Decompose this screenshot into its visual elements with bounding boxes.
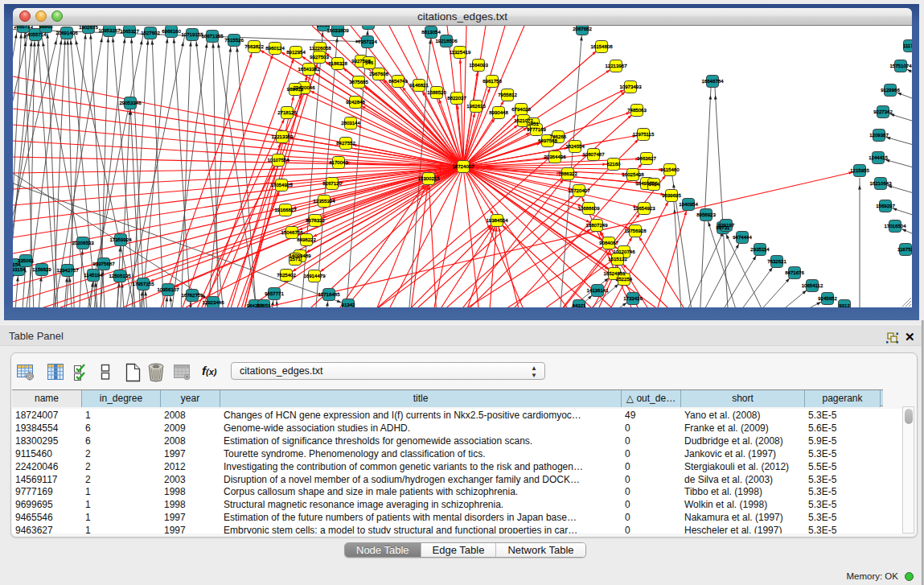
svg-text:7663822: 7663822 [244,43,264,49]
svg-text:7485063: 7485063 [627,107,647,113]
svg-text:9084067: 9084067 [599,240,618,245]
svg-text:6966160: 6966160 [162,28,181,34]
svg-text:1145194: 1145194 [84,272,103,278]
svg-text:16543382: 16543382 [298,66,320,72]
svg-text:3875685: 3875685 [349,79,368,84]
svg-text:62160: 62160 [607,161,622,167]
svg-text:19384554: 19384554 [486,217,508,223]
svg-text:12923446: 12923446 [202,299,224,305]
svg-text:7625402: 7625402 [277,272,296,278]
svg-text:9227342: 9227342 [873,109,893,114]
svg-text:335061: 335061 [18,257,35,263]
svg-text:7357224: 7357224 [358,39,377,44]
svg-text:7886322: 7886322 [558,171,577,176]
svg-text:14055714: 14055714 [24,31,47,37]
svg-text:10953267: 10953267 [98,27,121,33]
svg-text:9115460: 9115460 [660,167,680,172]
svg-text:546: 546 [365,60,374,65]
svg-text:20364436: 20364436 [544,154,566,159]
svg-text:16648784: 16648784 [701,78,724,84]
svg-text:6414: 6414 [648,181,659,187]
svg-text:1244415: 1244415 [869,154,888,160]
svg-text:1527602: 1527602 [141,30,160,35]
svg-text:6961758: 6961758 [483,78,502,84]
svg-text:19756928: 19756928 [624,228,647,233]
svg-text:16914479: 16914479 [303,273,326,278]
svg-text:98865: 98865 [39,26,54,29]
svg-text:1902675: 1902675 [79,26,98,30]
svg-text:9699695: 9699695 [662,192,681,198]
svg-text:1733426: 1733426 [623,295,643,301]
svg-text:10025438: 10025438 [622,171,644,177]
svg-text:19218506: 19218506 [435,38,458,43]
svg-text:1156829: 1156829 [32,266,51,272]
svg-text:8471676: 8471676 [785,270,804,275]
svg-text:9146821: 9146821 [409,82,429,88]
svg-text:252254: 252254 [616,276,633,282]
svg-text:12505135: 12505135 [109,273,131,278]
svg-text:9245652: 9245652 [818,295,837,301]
svg-text:2451: 2451 [528,121,539,126]
svg-text:10671355: 10671355 [201,33,224,39]
svg-text:9327503: 9327503 [310,54,329,60]
svg-text:93975687: 93975687 [92,261,115,266]
svg-text:9463627: 9463627 [637,155,656,161]
svg-text:17054925: 17054925 [270,182,293,187]
svg-text:15716485: 15716485 [318,291,340,297]
svg-text:12975115: 12975115 [633,131,655,137]
svg-text:10107554: 10107554 [267,157,290,163]
svg-text:14136141: 14136141 [586,287,609,293]
svg-text:2087682: 2087682 [573,26,592,31]
svg-text:7515526: 7515526 [224,37,244,43]
svg-text:15046756: 15046756 [281,229,303,235]
svg-text:116753: 116753 [897,246,912,252]
svg-text:16033809: 16033809 [326,27,349,33]
svg-text:8822037: 8822037 [447,95,466,101]
svg-text:18807249: 18807249 [585,222,608,228]
svg-text:9474444: 9474444 [733,234,752,240]
svg-text:11325419: 11325419 [450,49,471,55]
svg-text:13226058: 13226058 [309,45,331,51]
svg-text:12213369: 12213369 [271,134,294,139]
svg-text:2935114: 2935114 [750,246,770,252]
svg-text:1569297: 1569297 [876,203,895,208]
svg-text:91342: 91342 [342,302,356,307]
svg-text:8454749: 8454749 [388,78,408,84]
svg-text:1215955: 1215955 [850,167,869,173]
svg-text:87651: 87651 [257,303,272,307]
svg-text:18724007: 18724007 [452,163,474,169]
svg-text:2718126: 2718126 [277,109,297,115]
svg-text:2055713: 2055713 [14,26,33,29]
svg-text:10688609: 10688609 [577,205,600,211]
svg-text:8912954: 8912954 [286,49,306,55]
svg-text:4170043: 4170043 [329,159,348,165]
svg-text:8678332: 8678332 [306,217,325,223]
svg-text:8427552: 8427552 [336,140,355,146]
svg-text:1615132: 1615132 [608,256,627,262]
svg-text:8960124: 8960124 [265,45,285,51]
svg-text:17359924: 17359924 [109,237,132,242]
svg-text:929197: 929197 [718,222,735,228]
svg-text:16782759: 16782759 [181,292,203,298]
svg-text:15751074: 15751074 [889,63,912,68]
svg-text:9312: 9312 [839,303,850,307]
svg-text:33154: 33154 [13,266,26,272]
svg-text:10807487: 10807487 [582,151,605,157]
svg-text:16524851: 16524851 [603,270,626,276]
svg-text:19654923: 19654923 [633,205,655,211]
svg-text:9657771: 9657771 [265,290,284,296]
svg-text:20206533: 20206533 [72,240,94,245]
svg-text:8958923: 8958923 [696,212,716,217]
svg-text:1362615: 1362615 [466,103,486,109]
svg-text:15300215: 15300215 [417,175,440,181]
svg-text:10958107: 10958107 [157,286,179,292]
svg-text:17957255: 17957255 [132,281,154,286]
svg-text:12942757: 12942757 [56,267,79,273]
svg-text:8498222: 8498222 [297,237,316,242]
svg-text:10973493: 10973493 [619,84,642,89]
svg-text:1209387: 1209387 [869,132,889,138]
svg-text:8186328: 8186328 [328,60,347,66]
svg-text:2967608: 2967608 [369,71,388,76]
svg-text:19166827: 19166827 [274,207,297,212]
svg-text:15720407: 15720407 [568,187,590,193]
